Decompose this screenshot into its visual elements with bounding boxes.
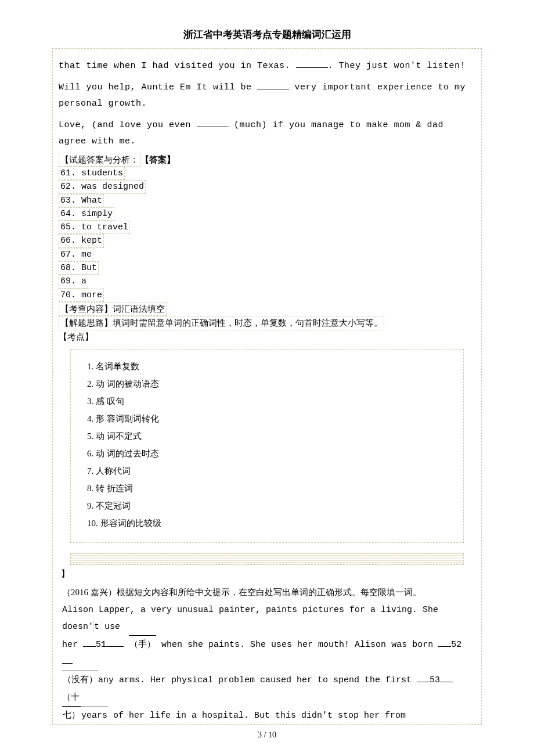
list-item: 3. 感 叹句 bbox=[81, 393, 453, 410]
passage2-line: her 51 （手） when she paints. She uses her… bbox=[62, 635, 472, 671]
text-overlined: years bbox=[81, 707, 108, 724]
list-item: 2. 动 词的被动语态 bbox=[81, 375, 453, 393]
list-item: 10. 形容词的比较级 bbox=[81, 514, 453, 532]
text: when she paints. She uses her mouth! Ali… bbox=[161, 640, 438, 650]
answer-item: 66. kept bbox=[59, 234, 104, 247]
passage1-paragraph-2: Will you help, Auntie Em It will be very… bbox=[59, 80, 475, 113]
analysis-label: 【试题答案与分析： bbox=[59, 153, 140, 167]
gap-number: 51 bbox=[96, 640, 106, 650]
answer-item: 69. a bbox=[59, 275, 88, 288]
passage2-intro: （2016 嘉兴）根据短文内容和所给中文提示，在空白处写出单词的正确形式。每空限… bbox=[62, 584, 472, 601]
text: Love, (and love you even bbox=[59, 120, 197, 130]
exam-content-label: 【考查内容】 bbox=[60, 304, 113, 314]
exam-point-label: 【考点】 bbox=[59, 330, 475, 344]
passage1-paragraph-1: that time when I had visited you in Texa… bbox=[59, 58, 475, 75]
hint: （十 bbox=[62, 692, 80, 701]
passage2-line: Alison Lapper, a very unusual painter, p… bbox=[62, 602, 472, 636]
text: her bbox=[62, 640, 83, 650]
fill-blank bbox=[417, 674, 430, 682]
text: Will you help, Auntie Em It will be bbox=[59, 82, 257, 92]
answer-item: 68. But bbox=[59, 261, 99, 275]
answer-item: 63. What bbox=[59, 194, 104, 207]
fill-blank bbox=[62, 655, 73, 664]
passage1-paragraph-3: Love, (and love you even (much) if you m… bbox=[59, 117, 475, 150]
text: that time when I had visited you in Texa… bbox=[59, 61, 296, 71]
hint: （没有） bbox=[62, 671, 98, 688]
fill-blank bbox=[83, 638, 96, 647]
answer-item: 62. was designed bbox=[59, 180, 146, 193]
fill-blank bbox=[438, 638, 451, 647]
text: any arms. Her physical problem caused he… bbox=[98, 675, 417, 685]
answer-item: 67. me bbox=[59, 248, 93, 261]
list-item: 7. 人称代词 bbox=[81, 462, 453, 480]
main-content-box: that time when I had visited you in Texa… bbox=[52, 48, 482, 725]
fill-blank bbox=[197, 118, 229, 127]
text: . They just won't listen! bbox=[328, 61, 466, 71]
fill-blank bbox=[440, 674, 453, 682]
exam-points-box: 1. 名词单复数 2. 动 词的被动语态 3. 感 叹句 4. 形 容词副词转化… bbox=[70, 349, 464, 543]
passage2-line: （没有）any arms. Her physical problem cause… bbox=[62, 671, 472, 707]
page-title: 浙江省中考英语考点专题精编词汇运用 bbox=[52, 28, 482, 41]
closing-bracket: 】 bbox=[59, 568, 475, 579]
fill-blank bbox=[296, 59, 328, 68]
answer-section: 【试题答案与分析：【答案】 61. students 62. was desig… bbox=[59, 153, 475, 344]
list-item: 9. 不定冠词 bbox=[81, 497, 453, 514]
page-number: 3 / 10 bbox=[0, 730, 534, 740]
exam-content-row: 【考查内容】词汇语法填空 bbox=[59, 302, 167, 316]
list-item: 1. 名词单复数 bbox=[81, 358, 453, 375]
hint-tail: 七） bbox=[62, 706, 81, 723]
list-item: 5. 动 词不定式 bbox=[81, 427, 453, 445]
hatched-separator bbox=[70, 553, 464, 565]
answer-item: 65. to travel bbox=[59, 221, 130, 234]
list-item: 8. 转 折连词 bbox=[81, 480, 453, 497]
list-item: 6. 动 词的过去时态 bbox=[81, 445, 453, 462]
fill-blank bbox=[257, 81, 289, 89]
answer-heading: 【答案】 bbox=[140, 155, 175, 164]
solving-approach-row: 【解题思路】填词时需留意单词的正确词性，时态，单复数，句首时注意大小写等。 bbox=[59, 316, 384, 330]
gap-number: 53 bbox=[430, 675, 440, 685]
hint: （手） bbox=[129, 635, 156, 653]
passage2-line: 七）years of her life in a hospital. But t… bbox=[62, 706, 472, 724]
fill-blank bbox=[106, 638, 124, 647]
text: of her life in a hospital. But this didn… bbox=[108, 711, 406, 721]
answer-item: 61. students bbox=[59, 167, 125, 180]
text: t use bbox=[94, 622, 120, 632]
solving-approach-label: 【解题思路】 bbox=[60, 318, 113, 327]
list-item: 4. 形 容词副词转化 bbox=[81, 410, 453, 427]
answer-item: 70. more bbox=[59, 289, 104, 302]
passage2: （2016 嘉兴）根据短文内容和所给中文提示，在空白处写出单词的正确形式。每空限… bbox=[59, 579, 475, 724]
answer-item: 64. simply bbox=[59, 207, 114, 221]
gap-number: 52 bbox=[451, 640, 461, 650]
solving-approach-text: 填词时需留意单词的正确词性，时态，单复数，句首时注意大小写等。 bbox=[113, 318, 383, 327]
exam-content-text: 词汇语法填空 bbox=[113, 304, 165, 314]
